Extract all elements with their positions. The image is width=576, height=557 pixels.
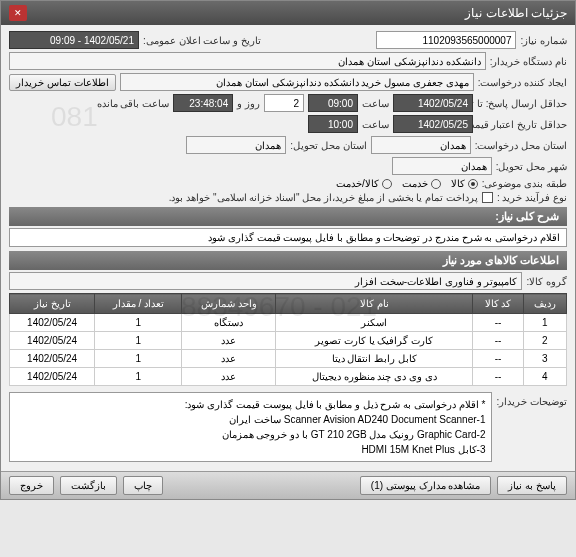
- deadline-label: حداقل ارسال پاسخ: تا تاریخ:: [477, 98, 567, 109]
- deliver-city-field: همدان: [392, 157, 492, 175]
- back-button[interactable]: بازگشت: [60, 476, 117, 495]
- items-table: ردیفکد کالانام کالاواحد شمارشتعداد / مقد…: [9, 293, 567, 386]
- table-header: تعداد / مقدار: [95, 294, 182, 314]
- table-header: کد کالا: [473, 294, 523, 314]
- window-title: جزئیات اطلاعات نیاز: [465, 6, 567, 20]
- footer-bar: پاسخ به نیاز مشاهده مدارک پیوستی (1) چاپ…: [1, 471, 575, 499]
- table-row[interactable]: 1--اسکنردستگاه11402/05/24: [10, 314, 567, 332]
- note-line: 3-کابل HDMI 15M Knet Plus: [16, 442, 485, 457]
- deadline-time-field: 09:00: [308, 94, 358, 112]
- deliver-province-label: استان محل تحویل:: [290, 140, 366, 151]
- respond-button[interactable]: پاسخ به نیاز: [497, 476, 567, 495]
- requester-field: مهدی جعفری مسول خرید دانشکده دندانپزشکی …: [120, 73, 474, 91]
- validity-time-label: ساعت: [362, 119, 389, 130]
- buy-process-label: نوع فرآیند خرید :: [497, 192, 567, 203]
- days-label: روز و: [237, 98, 260, 109]
- announce-date-label: تاریخ و ساعت اعلان عمومی:: [143, 35, 261, 46]
- validity-date-field: 1402/05/25: [393, 115, 473, 133]
- exit-button[interactable]: خروج: [9, 476, 54, 495]
- announce-date-field: 1402/05/21 - 09:09: [9, 31, 139, 49]
- table-row[interactable]: 3--کابل رابط انتقال دیتاعدد11402/05/24: [10, 350, 567, 368]
- table-header: واحد شمارش: [182, 294, 276, 314]
- table-row[interactable]: 2--کارت گرافیک یا کارت تصویرعدد11402/05/…: [10, 332, 567, 350]
- time-label: ساعت: [362, 98, 389, 109]
- req-province-field: همدان: [371, 136, 471, 154]
- req-province-label: استان محل درخواست:: [475, 140, 567, 151]
- buy-process-note: پرداخت تمام یا بخشی از مبلغ خرید،از محل …: [169, 192, 478, 203]
- table-header: ردیف: [523, 294, 566, 314]
- deliver-city-label: شهر محل تحویل:: [496, 161, 567, 172]
- buyer-notes-label: توضیحات خریدار:: [496, 392, 567, 407]
- subject-cat-radios: کالا خدمت کالا/خدمت: [336, 178, 478, 189]
- days-field: 2: [264, 94, 304, 112]
- group-field: کامپیوتر و فناوری اطلاعات-سخت افزار: [9, 272, 522, 290]
- buyer-org-label: نام دستگاه خریدار:: [490, 56, 567, 67]
- table-header: نام کالا: [276, 294, 473, 314]
- table-header: تاریخ نیاز: [10, 294, 95, 314]
- note-line: 2-Graphic Card رونیک مدل GT 210 2GB با د…: [16, 427, 485, 442]
- requester-label: ایجاد کننده درخواست:: [478, 77, 567, 88]
- window: 081 021 - 88349670 جزئیات اطلاعات نیاز ✕…: [0, 0, 576, 500]
- titlebar: جزئیات اطلاعات نیاز ✕: [1, 1, 575, 25]
- attachments-button[interactable]: مشاهده مدارک پیوستی (1): [360, 476, 492, 495]
- group-label: گروه کالا:: [526, 276, 567, 287]
- buy-process-check[interactable]: [482, 192, 493, 203]
- note-line: * اقلام درخواستی به شرح ذیل و مطابق با ف…: [16, 397, 485, 412]
- summary-text: اقلام درخواستی به شرح مندرج در توضیحات و…: [9, 228, 567, 247]
- validity-time-field: 10:00: [308, 115, 358, 133]
- need-no-label: شماره نیاز:: [520, 35, 567, 46]
- radio-service[interactable]: خدمت: [402, 178, 441, 189]
- print-button[interactable]: چاپ: [123, 476, 163, 495]
- need-no-field: 1102093565000007: [376, 31, 516, 49]
- summary-header: شرح کلی نیاز:: [9, 207, 567, 226]
- buyer-org-field: دانشکده دندانپزشکی استان همدان: [9, 52, 486, 70]
- buyer-notes-box: * اقلام درخواستی به شرح ذیل و مطابق با ف…: [9, 392, 492, 462]
- validity-label: حداقل تاریخ اعتبار قیمت: تا تاریخ:: [477, 119, 567, 130]
- deliver-province-field: همدان: [186, 136, 286, 154]
- note-line: 1-Scanner Avision AD240 Document Scanner…: [16, 412, 485, 427]
- form-content: شماره نیاز: 1102093565000007 تاریخ و ساع…: [1, 25, 575, 471]
- subject-cat-label: طبقه بندی موضوعی:: [482, 178, 567, 189]
- close-icon[interactable]: ✕: [9, 5, 27, 21]
- countdown-suffix: ساعت باقی مانده: [97, 98, 170, 109]
- table-row[interactable]: 4--دی وی دی چند منظوره دیجیتالعدد11402/0…: [10, 368, 567, 386]
- countdown-field: 23:48:04: [173, 94, 233, 112]
- contact-button[interactable]: اطلاعات تماس خریدار: [9, 74, 116, 91]
- radio-goods-service[interactable]: کالا/خدمت: [336, 178, 392, 189]
- radio-goods[interactable]: کالا: [451, 178, 478, 189]
- deadline-date-field: 1402/05/24: [393, 94, 473, 112]
- items-header: اطلاعات کالاهای مورد نیاز: [9, 251, 567, 270]
